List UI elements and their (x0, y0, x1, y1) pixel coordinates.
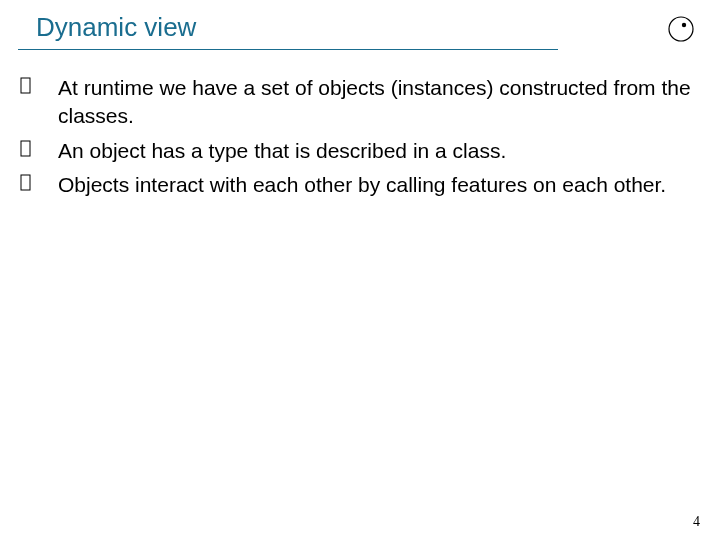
svg-rect-3 (21, 141, 30, 156)
bullet-text: An object has a type that is described i… (58, 137, 702, 165)
svg-point-1 (682, 23, 686, 27)
bullet-icon (20, 140, 38, 158)
slide-title: Dynamic view (18, 0, 558, 50)
list-item: Objects interact with each other by call… (18, 171, 702, 199)
svg-rect-4 (21, 175, 30, 190)
eiffel-logo-icon (666, 14, 696, 48)
bullet-text: Objects interact with each other by call… (58, 171, 702, 199)
bullet-icon (20, 77, 38, 95)
bullet-icon (20, 174, 38, 192)
page-number: 4 (693, 514, 700, 530)
list-item: At runtime we have a set of objects (ins… (18, 74, 702, 131)
bullet-list: At runtime we have a set of objects (ins… (18, 74, 702, 199)
svg-rect-2 (21, 78, 30, 93)
bullet-text: At runtime we have a set of objects (ins… (58, 74, 702, 131)
svg-point-0 (669, 17, 693, 41)
list-item: An object has a type that is described i… (18, 137, 702, 165)
